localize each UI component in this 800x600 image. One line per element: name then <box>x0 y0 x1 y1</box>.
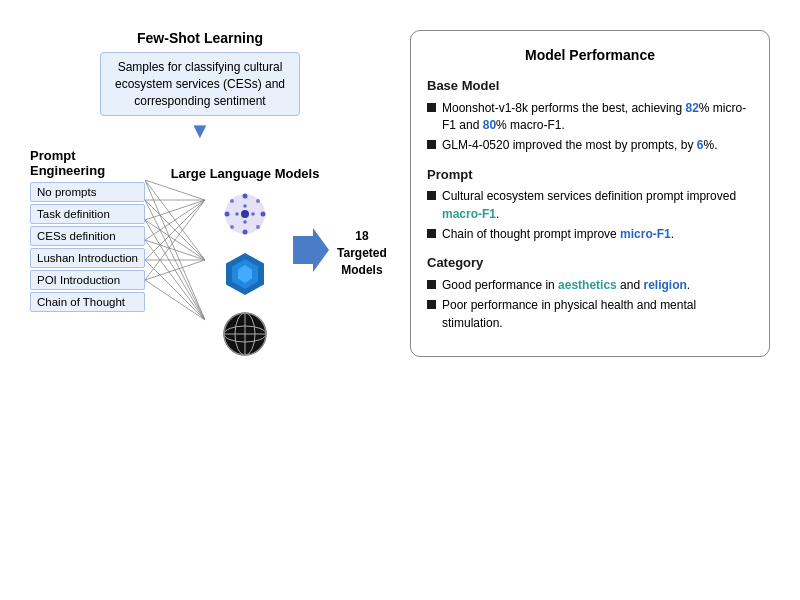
model-icon-3 <box>220 309 270 359</box>
llm-column: Large Language Models <box>205 166 285 369</box>
bullet-text: Poor performance in physical health and … <box>442 297 753 332</box>
bullet-square-icon <box>427 229 436 238</box>
highlight-blue: 82 <box>685 101 698 115</box>
network-lines <box>145 170 205 353</box>
highlight-teal: aesthetics <box>558 278 617 292</box>
prompt-engineering-column: Prompt Engineering No promptsTask defini… <box>30 148 145 314</box>
section-heading-prompt: Prompt <box>427 165 753 185</box>
highlight-blue: 6 <box>697 138 704 152</box>
prompt-list-item: Task definition <box>30 204 145 224</box>
prompt-eng-title: Prompt Engineering <box>30 148 145 178</box>
right-panel: Model Performance Base ModelMoonshot-v1-… <box>410 30 770 357</box>
bullet-square-icon <box>427 191 436 200</box>
samples-box: Samples for classifying cultural ecosyst… <box>100 52 300 116</box>
big-right-arrow <box>293 228 329 272</box>
svg-point-24 <box>256 199 260 203</box>
bullet-square-icon <box>427 280 436 289</box>
section-block-prompt: PromptCultural ecosystem services defini… <box>427 165 753 244</box>
cardano-svg <box>222 191 268 237</box>
main-container: Few-Shot Learning Samples for classifyin… <box>10 20 790 580</box>
globe-svg <box>222 311 268 357</box>
svg-point-21 <box>225 212 230 217</box>
section-block-category: CategoryGood performance in aesthetics a… <box>427 253 753 332</box>
bullet-item: Chain of thought prompt improve micro-F1… <box>427 226 753 243</box>
bullet-item: Poor performance in physical health and … <box>427 297 753 332</box>
bullet-square-icon <box>427 300 436 309</box>
bullet-text: Cultural ecosystem services definition p… <box>442 188 753 223</box>
bullet-square-icon <box>427 140 436 149</box>
prompt-list-item: No prompts <box>30 182 145 202</box>
prompt-list: No promptsTask definitionCESs definition… <box>30 182 145 314</box>
svg-line-9 <box>145 200 205 240</box>
right-sections: Base ModelMoonshot-v1-8k performs the be… <box>427 76 753 332</box>
svg-line-16 <box>145 260 205 280</box>
svg-point-23 <box>230 199 234 203</box>
svg-line-15 <box>145 200 205 280</box>
bullet-item: Cultural ecosystem services definition p… <box>427 188 753 223</box>
highlight-teal: macro-F1 <box>442 207 496 221</box>
bullet-item: Moonshot-v1-8k performs the best, achiev… <box>427 100 753 135</box>
svg-point-22 <box>261 212 266 217</box>
prompt-list-item: POI Introduction <box>30 270 145 290</box>
section-block-base_model: Base ModelMoonshot-v1-8k performs the be… <box>427 76 753 155</box>
model-perf-title: Model Performance <box>427 45 753 66</box>
svg-point-26 <box>256 225 260 229</box>
network-svg <box>145 170 205 350</box>
svg-line-0 <box>145 180 205 200</box>
bullet-text: Chain of thought prompt improve micro-F1… <box>442 226 674 243</box>
bullet-item: Good performance in aesthetics and relig… <box>427 277 753 294</box>
svg-point-29 <box>243 221 247 225</box>
svg-line-10 <box>145 240 205 260</box>
bullet-text: GLM-4-0520 improved the most by prompts,… <box>442 137 717 154</box>
arrow-svg <box>293 228 329 272</box>
svg-point-27 <box>241 210 249 218</box>
prompt-list-item: Lushan Introduction <box>30 248 145 268</box>
svg-line-6 <box>145 200 205 220</box>
prompt-list-item: Chain of Thought <box>30 292 145 312</box>
down-arrow-icon: ▼ <box>189 120 211 142</box>
prompt-llm-row: Prompt Engineering No promptsTask defini… <box>30 148 370 369</box>
svg-line-11 <box>145 240 205 320</box>
svg-point-25 <box>230 225 234 229</box>
highlight-blue: 80 <box>483 118 496 132</box>
hexagon-svg <box>222 251 268 297</box>
bullet-text: Moonshot-v1-8k performs the best, achiev… <box>442 100 753 135</box>
targeted-label: 18 Targeted Models <box>337 228 387 278</box>
left-panel: Few-Shot Learning Samples for classifyin… <box>30 30 370 369</box>
few-shot-title: Few-Shot Learning <box>137 30 263 46</box>
bullet-item: GLM-4-0520 improved the most by prompts,… <box>427 137 753 154</box>
section-heading-category: Category <box>427 253 753 273</box>
model-icon-1 <box>220 189 270 239</box>
targeted-models: 18 Targeted Models <box>337 228 387 278</box>
bullet-square-icon <box>427 103 436 112</box>
svg-point-30 <box>235 213 239 217</box>
highlight-blue: religion <box>643 278 686 292</box>
svg-line-14 <box>145 260 205 320</box>
svg-point-20 <box>243 230 248 235</box>
prompt-list-item: CESs definition <box>30 226 145 246</box>
svg-marker-41 <box>293 228 329 272</box>
model-icon-2 <box>220 249 270 299</box>
svg-point-19 <box>243 194 248 199</box>
svg-point-28 <box>243 205 247 209</box>
section-heading-base_model: Base Model <box>427 76 753 96</box>
svg-point-31 <box>251 213 255 217</box>
highlight-blue: micro-F1 <box>620 227 671 241</box>
bullet-text: Good performance in aesthetics and relig… <box>442 277 690 294</box>
